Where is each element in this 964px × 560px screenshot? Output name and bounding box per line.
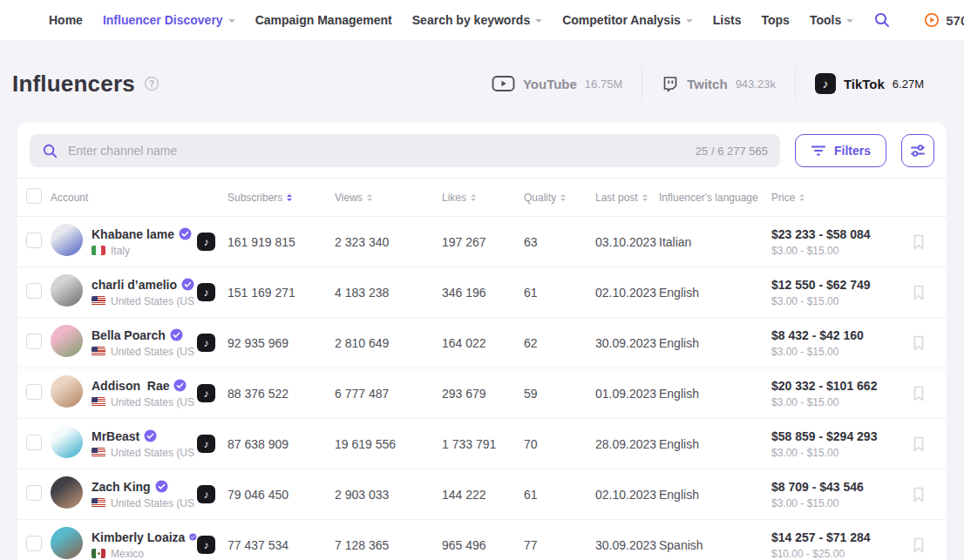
influencer-name[interactable]: Khabane lame <box>92 227 174 241</box>
chevron-down-icon <box>846 19 853 23</box>
table-row[interactable]: Khabane lame Italy ♪ 161 919 815 2 323 3… <box>17 217 947 267</box>
subscribers-value: 88 376 522 <box>227 387 335 401</box>
avatar[interactable] <box>51 426 83 458</box>
sort-icon[interactable] <box>799 194 804 201</box>
avatar[interactable] <box>51 375 83 408</box>
subscribers-value: 87 638 909 <box>227 437 335 451</box>
chevron-down-icon <box>686 19 693 23</box>
table-row[interactable]: Bella Poarch United States (USA) ♪ 92 93… <box>17 318 947 368</box>
likes-value: 164 022 <box>442 336 524 350</box>
quality-value: 62 <box>524 336 595 350</box>
row-checkbox[interactable] <box>26 334 42 349</box>
channel-search-input[interactable] <box>68 144 686 158</box>
nav-campaign-management[interactable]: Campaign Management <box>255 13 392 27</box>
table-row[interactable]: charli d’amelio United States (USA) ♪ 15… <box>17 267 947 318</box>
price-per-unit-value: $3.00 - $15.00 <box>771 295 912 307</box>
country-label: United States (USA) <box>111 346 194 358</box>
nav-tools[interactable]: Tools <box>810 13 853 27</box>
row-checkbox[interactable] <box>26 485 42 501</box>
country-flag-icon <box>92 549 105 558</box>
column-quality[interactable]: Quality <box>524 192 595 204</box>
last-post-value: 30.09.2023 <box>595 538 659 552</box>
bookmark-icon[interactable] <box>912 486 926 503</box>
bookmark-icon[interactable] <box>912 536 926 554</box>
nav-home[interactable]: Home <box>49 13 83 27</box>
tiktok-icon: ♪ <box>197 384 215 402</box>
channel-search-box[interactable]: 25 / 6 277 565 <box>30 134 780 167</box>
country-flag-icon <box>92 498 105 508</box>
influencer-name[interactable]: Zach King <box>92 480 151 494</box>
select-all-checkbox[interactable] <box>26 188 42 204</box>
tiktok-icon: ♪ <box>197 435 215 453</box>
tiktok-icon: ♪ <box>197 334 215 352</box>
language-value: English <box>659 286 771 300</box>
table-row[interactable]: MrBeast United States (USA) ♪ 87 638 909… <box>17 419 947 469</box>
influencer-name[interactable]: Addison Rae <box>92 379 169 393</box>
last-post-value: 03.10.2023 <box>595 235 659 249</box>
avatar[interactable] <box>51 274 83 307</box>
bookmark-icon[interactable] <box>912 334 926 352</box>
page-header: Influencers ? YouTube 16.75M Twitch 943.… <box>0 41 964 100</box>
tokens-balance[interactable]: 570 tokens <box>924 12 964 28</box>
nav-competitor-analysis-label: Competitor Analysis <box>562 13 681 27</box>
column-subscribers[interactable]: Subscribers <box>227 192 335 204</box>
verified-badge-icon <box>179 227 192 240</box>
verified-badge-icon <box>155 480 168 493</box>
subscribers-value: 151 169 271 <box>227 286 335 300</box>
bookmark-icon[interactable] <box>912 385 926 402</box>
sort-icon[interactable] <box>471 194 476 201</box>
nav-competitor-analysis[interactable]: Competitor Analysis <box>562 13 693 27</box>
row-checkbox[interactable] <box>26 536 42 551</box>
row-checkbox[interactable] <box>26 283 42 299</box>
nav-lists[interactable]: Lists <box>713 13 742 27</box>
table-row[interactable]: Zach King United States (USA) ♪ 79 046 4… <box>17 469 947 520</box>
table-row[interactable]: Addison Rae United States (USA) ♪ 88 376… <box>17 368 947 419</box>
sort-icon[interactable] <box>287 194 292 201</box>
avatar[interactable] <box>51 476 83 509</box>
tiktok-icon: ♪ <box>197 536 215 554</box>
column-likes[interactable]: Likes <box>442 192 524 204</box>
tab-tiktok[interactable]: ♪ TikTok 6.27M <box>796 73 943 94</box>
avatar[interactable] <box>51 325 83 357</box>
last-post-value: 02.10.2023 <box>595 286 659 300</box>
filters-button[interactable]: Filters <box>795 134 886 167</box>
views-value: 19 619 556 <box>335 437 442 451</box>
nav-influencer-discovery[interactable]: Influencer Discovery <box>103 13 235 27</box>
column-price[interactable]: Price <box>771 192 912 204</box>
influencer-name[interactable]: Kimberly Loaiza <box>92 530 185 544</box>
avatar[interactable] <box>51 527 83 559</box>
table-row[interactable]: Kimberly Loaiza Mexico ♪ 77 437 534 7 12… <box>17 520 947 560</box>
sort-icon[interactable] <box>367 194 372 201</box>
search-icon[interactable] <box>873 11 891 29</box>
bookmark-icon[interactable] <box>912 435 926 453</box>
sort-icon[interactable] <box>642 194 648 201</box>
row-checkbox[interactable] <box>26 435 42 450</box>
tab-youtube[interactable]: YouTube 16.75M <box>472 75 642 92</box>
bookmark-icon[interactable] <box>912 284 926 301</box>
nav-search-by-keywords[interactable]: Search by keywords <box>412 13 542 27</box>
views-value: 7 128 365 <box>335 538 442 552</box>
tab-twitch[interactable]: Twitch 943.23k <box>642 75 795 93</box>
bookmark-icon[interactable] <box>912 233 926 251</box>
column-last-post[interactable]: Last post <box>595 192 659 204</box>
column-settings-button[interactable] <box>901 134 934 167</box>
help-icon[interactable]: ? <box>144 76 160 91</box>
verified-badge-icon <box>144 429 157 442</box>
influencer-name[interactable]: MrBeast <box>92 429 139 443</box>
avatar[interactable] <box>51 224 83 256</box>
verified-badge-icon <box>173 379 187 392</box>
last-post-value: 02.10.2023 <box>595 488 659 502</box>
likes-value: 346 196 <box>442 286 524 300</box>
table-body: Khabane lame Italy ♪ 161 919 815 2 323 3… <box>17 217 947 560</box>
column-views[interactable]: Views <box>335 192 442 204</box>
language-value: Spanish <box>659 538 771 552</box>
country-label: United States (USA) <box>111 497 194 509</box>
likes-value: 293 679 <box>442 387 524 401</box>
row-checkbox[interactable] <box>26 384 42 400</box>
influencer-name[interactable]: Bella Poarch <box>92 328 166 342</box>
nav-tops[interactable]: Tops <box>762 13 790 27</box>
row-checkbox[interactable] <box>26 233 42 248</box>
sort-icon[interactable] <box>560 194 566 201</box>
influencer-name[interactable]: charli d’amelio <box>92 278 177 292</box>
nav-tops-label: Tops <box>762 13 790 27</box>
